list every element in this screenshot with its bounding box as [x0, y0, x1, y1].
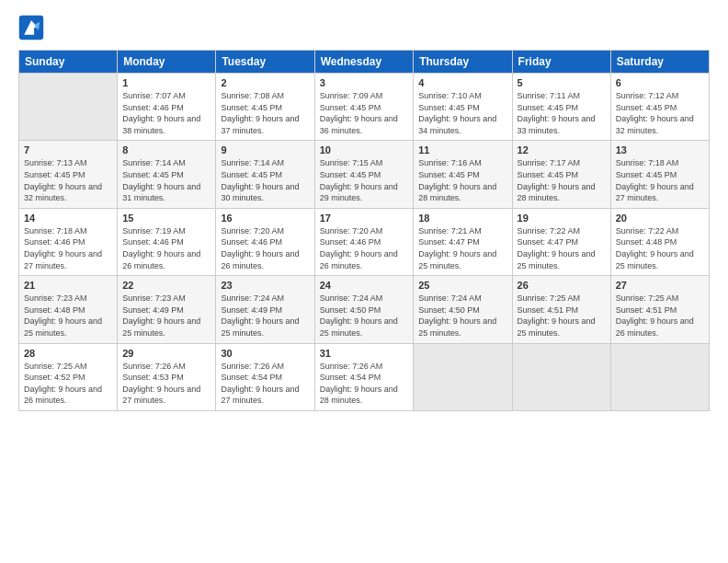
calendar-day-cell: 6Sunrise: 7:12 AMSunset: 4:45 PMDaylight… [610, 74, 709, 141]
calendar-day-cell: 29Sunrise: 7:26 AMSunset: 4:53 PMDayligh… [118, 343, 216, 410]
day-number: 19 [518, 213, 606, 224]
day-info: Sunrise: 7:15 AMSunset: 4:45 PMDaylight:… [320, 157, 409, 203]
calendar-header-cell: Friday [512, 51, 610, 74]
day-info: Sunrise: 7:22 AMSunset: 4:48 PMDaylight:… [616, 225, 704, 271]
calendar-header-cell: Saturday [610, 51, 709, 74]
day-info: Sunrise: 7:26 AMSunset: 4:53 PMDaylight:… [122, 361, 210, 407]
calendar-day-cell: 15Sunrise: 7:19 AMSunset: 4:46 PMDayligh… [118, 208, 216, 275]
day-info: Sunrise: 7:25 AMSunset: 4:52 PMDaylight:… [24, 361, 112, 407]
calendar-day-cell: 10Sunrise: 7:15 AMSunset: 4:45 PMDayligh… [314, 141, 414, 208]
day-info: Sunrise: 7:18 AMSunset: 4:46 PMDaylight:… [24, 225, 112, 271]
day-number: 2 [221, 77, 309, 88]
calendar-day-cell: 5Sunrise: 7:11 AMSunset: 4:45 PMDaylight… [512, 74, 610, 141]
calendar-day-cell: 12Sunrise: 7:17 AMSunset: 4:45 PMDayligh… [512, 141, 610, 208]
day-info: Sunrise: 7:25 AMSunset: 4:51 PMDaylight:… [616, 293, 704, 339]
calendar-body: 1Sunrise: 7:07 AMSunset: 4:46 PMDaylight… [19, 74, 710, 411]
day-info: Sunrise: 7:23 AMSunset: 4:48 PMDaylight:… [24, 293, 112, 339]
calendar-day-cell: 22Sunrise: 7:23 AMSunset: 4:49 PMDayligh… [118, 276, 216, 343]
day-info: Sunrise: 7:10 AMSunset: 4:45 PMDaylight:… [418, 90, 506, 136]
logo [18, 15, 46, 40]
logo-icon [18, 15, 44, 40]
calendar-day-cell: 23Sunrise: 7:24 AMSunset: 4:49 PMDayligh… [216, 276, 314, 343]
calendar-day-cell [610, 343, 709, 410]
day-info: Sunrise: 7:20 AMSunset: 4:46 PMDaylight:… [221, 225, 309, 271]
calendar-day-cell: 4Sunrise: 7:10 AMSunset: 4:45 PMDaylight… [414, 74, 512, 141]
day-info: Sunrise: 7:11 AMSunset: 4:45 PMDaylight:… [518, 90, 606, 136]
calendar: SundayMondayTuesdayWednesdayThursdayFrid… [18, 50, 710, 411]
calendar-day-cell: 30Sunrise: 7:26 AMSunset: 4:54 PMDayligh… [216, 343, 314, 410]
day-info: Sunrise: 7:08 AMSunset: 4:45 PMDaylight:… [221, 90, 309, 136]
day-number: 13 [616, 144, 704, 155]
day-number: 30 [221, 348, 309, 359]
day-info: Sunrise: 7:24 AMSunset: 4:50 PMDaylight:… [418, 293, 506, 339]
calendar-day-cell: 3Sunrise: 7:09 AMSunset: 4:45 PMDaylight… [314, 74, 414, 141]
day-number: 8 [122, 144, 210, 155]
day-number: 23 [221, 280, 309, 291]
calendar-week-row: 1Sunrise: 7:07 AMSunset: 4:46 PMDaylight… [19, 74, 710, 141]
day-number: 24 [320, 280, 409, 291]
day-info: Sunrise: 7:14 AMSunset: 4:45 PMDaylight:… [221, 157, 309, 203]
day-number: 28 [24, 348, 112, 359]
day-number: 29 [122, 348, 210, 359]
day-info: Sunrise: 7:16 AMSunset: 4:45 PMDaylight:… [418, 157, 506, 203]
day-number: 21 [24, 280, 112, 291]
day-info: Sunrise: 7:12 AMSunset: 4:45 PMDaylight:… [616, 90, 704, 136]
calendar-week-row: 7Sunrise: 7:13 AMSunset: 4:45 PMDaylight… [19, 141, 710, 208]
calendar-header-cell: Tuesday [216, 51, 314, 74]
day-number: 31 [320, 348, 409, 359]
day-number: 1 [122, 77, 210, 88]
day-info: Sunrise: 7:25 AMSunset: 4:51 PMDaylight:… [518, 293, 606, 339]
calendar-day-cell: 20Sunrise: 7:22 AMSunset: 4:48 PMDayligh… [610, 208, 709, 275]
day-number: 6 [616, 77, 704, 88]
day-number: 25 [418, 280, 506, 291]
day-number: 5 [518, 77, 606, 88]
day-number: 17 [320, 213, 409, 224]
day-number: 14 [24, 213, 112, 224]
calendar-day-cell: 24Sunrise: 7:24 AMSunset: 4:50 PMDayligh… [314, 276, 414, 343]
day-number: 9 [221, 144, 309, 155]
calendar-day-cell: 13Sunrise: 7:18 AMSunset: 4:45 PMDayligh… [610, 141, 709, 208]
day-number: 11 [418, 144, 506, 155]
day-info: Sunrise: 7:07 AMSunset: 4:46 PMDaylight:… [122, 90, 210, 136]
day-info: Sunrise: 7:21 AMSunset: 4:47 PMDaylight:… [418, 225, 506, 271]
day-number: 7 [24, 144, 112, 155]
calendar-day-cell: 31Sunrise: 7:26 AMSunset: 4:54 PMDayligh… [314, 343, 414, 410]
day-info: Sunrise: 7:09 AMSunset: 4:45 PMDaylight:… [320, 90, 409, 136]
calendar-day-cell: 19Sunrise: 7:22 AMSunset: 4:47 PMDayligh… [512, 208, 610, 275]
day-number: 22 [122, 280, 210, 291]
header [18, 15, 710, 40]
calendar-header-cell: Wednesday [314, 51, 414, 74]
day-number: 4 [418, 77, 506, 88]
day-number: 15 [122, 213, 210, 224]
calendar-day-cell: 16Sunrise: 7:20 AMSunset: 4:46 PMDayligh… [216, 208, 314, 275]
calendar-day-cell: 8Sunrise: 7:14 AMSunset: 4:45 PMDaylight… [118, 141, 216, 208]
calendar-header-cell: Monday [118, 51, 216, 74]
day-number: 26 [518, 280, 606, 291]
calendar-day-cell: 2Sunrise: 7:08 AMSunset: 4:45 PMDaylight… [216, 74, 314, 141]
day-info: Sunrise: 7:19 AMSunset: 4:46 PMDaylight:… [122, 225, 210, 271]
calendar-day-cell [512, 343, 610, 410]
calendar-day-cell: 9Sunrise: 7:14 AMSunset: 4:45 PMDaylight… [216, 141, 314, 208]
day-number: 10 [320, 144, 409, 155]
day-info: Sunrise: 7:17 AMSunset: 4:45 PMDaylight:… [518, 157, 606, 203]
day-number: 18 [418, 213, 506, 224]
calendar-day-cell: 21Sunrise: 7:23 AMSunset: 4:48 PMDayligh… [19, 276, 118, 343]
day-info: Sunrise: 7:24 AMSunset: 4:50 PMDaylight:… [320, 293, 409, 339]
calendar-day-cell: 14Sunrise: 7:18 AMSunset: 4:46 PMDayligh… [19, 208, 118, 275]
day-number: 3 [320, 77, 409, 88]
calendar-day-cell [414, 343, 512, 410]
calendar-day-cell: 28Sunrise: 7:25 AMSunset: 4:52 PMDayligh… [19, 343, 118, 410]
day-info: Sunrise: 7:23 AMSunset: 4:49 PMDaylight:… [122, 293, 210, 339]
day-info: Sunrise: 7:20 AMSunset: 4:46 PMDaylight:… [320, 225, 409, 271]
calendar-day-cell: 1Sunrise: 7:07 AMSunset: 4:46 PMDaylight… [118, 74, 216, 141]
calendar-header-row: SundayMondayTuesdayWednesdayThursdayFrid… [19, 51, 710, 74]
day-info: Sunrise: 7:22 AMSunset: 4:47 PMDaylight:… [518, 225, 606, 271]
day-info: Sunrise: 7:26 AMSunset: 4:54 PMDaylight:… [221, 361, 309, 407]
calendar-week-row: 14Sunrise: 7:18 AMSunset: 4:46 PMDayligh… [19, 208, 710, 275]
calendar-day-cell: 26Sunrise: 7:25 AMSunset: 4:51 PMDayligh… [512, 276, 610, 343]
day-number: 20 [616, 213, 704, 224]
calendar-week-row: 21Sunrise: 7:23 AMSunset: 4:48 PMDayligh… [19, 276, 710, 343]
day-number: 27 [616, 280, 704, 291]
day-info: Sunrise: 7:13 AMSunset: 4:45 PMDaylight:… [24, 157, 112, 203]
calendar-week-row: 28Sunrise: 7:25 AMSunset: 4:52 PMDayligh… [19, 343, 710, 410]
